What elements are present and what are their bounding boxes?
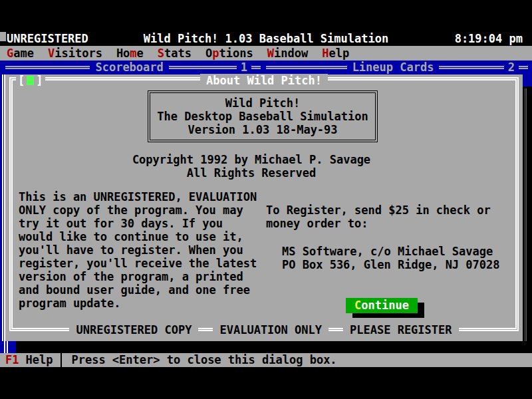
dialog-footer-banner: UNREGISTERED COPYEVALUATION ONLYPLEASE R… xyxy=(5,323,523,336)
menu-bar: Game Visitors Home Stats Options Window … xyxy=(0,46,532,61)
window-number: 2 xyxy=(504,61,519,74)
window-border-line xyxy=(519,66,528,69)
menu-item-help[interactable]: Help xyxy=(322,46,349,61)
window-border-line xyxy=(439,66,503,69)
menu-item-stats[interactable]: Stats xyxy=(158,46,192,61)
clock[interactable]: 8:19:04 pm xyxy=(455,32,523,46)
program-name: Wild Pitch! xyxy=(150,96,375,110)
close-icon xyxy=(27,76,34,85)
window-border-line xyxy=(266,66,347,69)
version-box: Wild Pitch! The Desktop Baseball Simulat… xyxy=(148,90,378,142)
program-subtitle: The Desktop Baseball Simulation xyxy=(150,110,375,123)
window-border-line xyxy=(169,66,237,69)
window-title: Lineup Cards xyxy=(347,61,440,74)
lineup-window-border-in-shadow xyxy=(525,88,527,344)
copyright-block: Copyright 1992 by Michael P. Savage All … xyxy=(5,153,497,180)
statusbar-divider xyxy=(61,353,62,367)
statusbar-help-shortcut[interactable]: F1Help xyxy=(5,353,61,367)
statusbar-message: Press <Enter> to close this dialog box. xyxy=(71,353,336,367)
window-title: Scoreboard xyxy=(90,61,168,74)
continue-button[interactable]: Continue xyxy=(346,298,418,313)
app-title: Wild Pitch! 1.03 Baseball Simulation xyxy=(0,32,532,46)
menu-item-game[interactable]: Game xyxy=(7,46,34,61)
window-border-line xyxy=(251,66,261,69)
desktop: Scoreboard 1 Lineup Cards 2 xyxy=(0,61,532,74)
app-screen: UNREGISTERED Wild Pitch! 1.03 Baseball S… xyxy=(0,0,532,399)
desktop-right-sliver xyxy=(523,74,532,86)
window-border-line xyxy=(5,66,90,69)
status-bar: F1Help Press <Enter> to close this dialo… xyxy=(0,353,532,367)
dialog-title: About Wild Pitch! xyxy=(5,74,523,87)
register-address: MS Software, c/o Michael Savage PO Box 5… xyxy=(282,245,500,271)
menu-item-visitors[interactable]: Visitors xyxy=(48,46,102,61)
register-instructions: To Register, send $25 in check or money … xyxy=(266,203,491,230)
menu-item-window[interactable]: Window xyxy=(267,46,308,61)
copyright-line: Copyright 1992 by Michael P. Savage xyxy=(5,153,497,166)
window-scoreboard[interactable]: Scoreboard 1 xyxy=(5,61,261,74)
about-dialog: UNREGISTERED COPYEVALUATION ONLYPLEASE R… xyxy=(5,74,523,341)
footer-register: PLEASE REGISTER xyxy=(343,323,459,336)
f1-key-label: F1 xyxy=(5,353,19,366)
continue-button-area: Continue xyxy=(346,298,424,318)
footer-evaluation: EVALUATION ONLY xyxy=(213,323,329,336)
title-bar: UNREGISTERED Wild Pitch! 1.03 Baseball S… xyxy=(0,32,532,46)
window-lineup-cards[interactable]: Lineup Cards 2 xyxy=(266,61,528,74)
rights-line: All Rights Reserved xyxy=(5,166,497,180)
desktop-bottom-left-sliver xyxy=(0,341,16,353)
dialog-shadow-bottom xyxy=(16,341,532,353)
evaluation-notice-text: This is an UNREGISTERED, EVALUATION ONLY… xyxy=(19,190,257,310)
window-number: 1 xyxy=(237,61,251,74)
program-version: Version 1.03 18-May-93 xyxy=(150,123,375,136)
footer-unregistered: UNREGISTERED COPY xyxy=(69,323,198,336)
menu-item-home[interactable]: Home xyxy=(116,46,144,61)
scoreboard-window-left-border xyxy=(4,341,8,353)
menu-item-options[interactable]: Options xyxy=(205,46,253,61)
close-button[interactable]: [] xyxy=(16,74,45,87)
